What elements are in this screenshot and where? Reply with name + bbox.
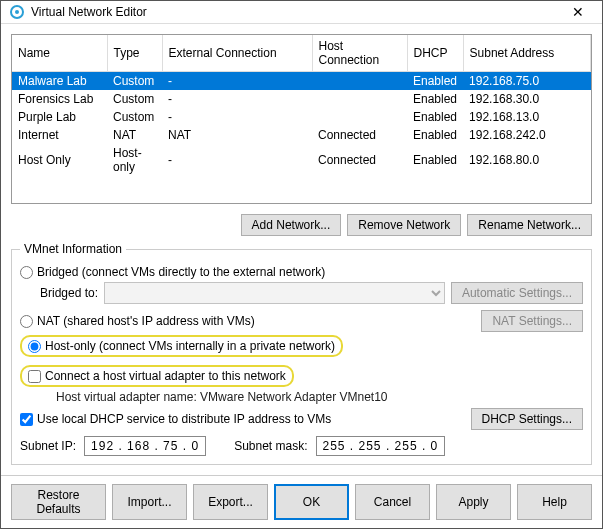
bridged-label: Bridged (connect VMs directly to the ext… [37,265,325,279]
cell-host [312,72,407,91]
cell-name: Forensics Lab [12,90,107,108]
virtual-network-editor-window: Virtual Network Editor ✕ Name Type Exter… [0,0,603,529]
close-icon[interactable]: ✕ [562,4,594,20]
cell-dhcp: Enabled [407,72,463,91]
rename-network-button[interactable]: Rename Network... [467,214,592,236]
subnet-ip-input[interactable]: 192 . 168 . 75 . 0 [84,436,206,456]
hostonly-label: Host-only (connect VMs internally in a p… [45,339,335,353]
cell-type: Custom [107,72,162,91]
import-button[interactable]: Import... [112,484,187,520]
cell-host: Connected [312,144,407,176]
table-row[interactable]: Host OnlyHost-only-ConnectedEnabled192.1… [12,144,591,176]
table-row[interactable]: Forensics LabCustom-Enabled192.168.30.0 [12,90,591,108]
restore-defaults-button[interactable]: Restore Defaults [11,484,106,520]
cell-ext: - [162,108,312,126]
cell-host [312,90,407,108]
app-icon [9,4,25,20]
use-dhcp-label: Use local DHCP service to distribute IP … [37,412,331,426]
ok-button[interactable]: OK [274,484,349,520]
cell-subnet: 192.168.75.0 [463,72,590,91]
cell-ext: NAT [162,126,312,144]
cell-host: Connected [312,126,407,144]
help-button[interactable]: Help [517,484,592,520]
cell-type: NAT [107,126,162,144]
automatic-settings-button[interactable]: Automatic Settings... [451,282,583,304]
table-row[interactable]: InternetNATNATConnectedEnabled192.168.24… [12,126,591,144]
cell-dhcp: Enabled [407,126,463,144]
subnet-mask-input[interactable]: 255 . 255 . 255 . 0 [316,436,446,456]
nat-radio[interactable] [20,315,33,328]
cell-host [312,108,407,126]
add-network-button[interactable]: Add Network... [241,214,342,236]
cell-dhcp: Enabled [407,144,463,176]
dialog-footer: Restore Defaults Import... Export... OK … [1,475,602,528]
cell-type: Custom [107,90,162,108]
col-dhcp[interactable]: DHCP [407,35,463,72]
apply-button[interactable]: Apply [436,484,511,520]
cell-ext: - [162,72,312,91]
cell-ext: - [162,144,312,176]
remove-network-button[interactable]: Remove Network [347,214,461,236]
col-type[interactable]: Type [107,35,162,72]
connect-adapter-checkbox[interactable] [28,370,41,383]
cell-subnet: 192.168.30.0 [463,90,590,108]
nat-label: NAT (shared host's IP address with VMs) [37,314,255,328]
cell-subnet: 192.168.13.0 [463,108,590,126]
cell-type: Host-only [107,144,162,176]
hostonly-radio[interactable] [28,340,41,353]
vmnet-info-legend: VMnet Information [20,242,126,256]
col-name[interactable]: Name [12,35,107,72]
table-row[interactable]: Malware LabCustom-Enabled192.168.75.0 [12,72,591,91]
content-area: Name Type External Connection Host Conne… [1,24,602,475]
cell-name: Purple Lab [12,108,107,126]
table-row[interactable]: Purple LabCustom-Enabled192.168.13.0 [12,108,591,126]
cell-dhcp: Enabled [407,90,463,108]
titlebar: Virtual Network Editor ✕ [1,1,602,24]
cancel-button[interactable]: Cancel [355,484,430,520]
cell-subnet: 192.168.80.0 [463,144,590,176]
bridged-to-select[interactable] [104,282,445,304]
bridged-radio[interactable] [20,266,33,279]
bridged-to-label: Bridged to: [40,286,98,300]
cell-ext: - [162,90,312,108]
subnet-mask-label: Subnet mask: [234,439,307,453]
network-table: Name Type External Connection Host Conne… [11,34,592,204]
table-header-row: Name Type External Connection Host Conne… [12,35,591,72]
dhcp-settings-button[interactable]: DHCP Settings... [471,408,583,430]
vmnet-info-group: VMnet Information Bridged (connect VMs d… [11,242,592,465]
cell-subnet: 192.168.242.0 [463,126,590,144]
cell-dhcp: Enabled [407,108,463,126]
col-subnet[interactable]: Subnet Address [463,35,590,72]
cell-name: Internet [12,126,107,144]
cell-name: Malware Lab [12,72,107,91]
svg-point-1 [15,10,19,14]
col-ext[interactable]: External Connection [162,35,312,72]
export-button[interactable]: Export... [193,484,268,520]
use-dhcp-checkbox[interactable] [20,413,33,426]
window-title: Virtual Network Editor [31,5,562,19]
cell-name: Host Only [12,144,107,176]
network-buttons: Add Network... Remove Network Rename Net… [11,214,592,236]
connect-adapter-label: Connect a host virtual adapter to this n… [45,369,286,383]
adapter-name-text: Host virtual adapter name: VMware Networ… [56,390,583,404]
connect-adapter-highlight: Connect a host virtual adapter to this n… [20,365,294,387]
subnet-ip-label: Subnet IP: [20,439,76,453]
hostonly-highlight: Host-only (connect VMs internally in a p… [20,335,343,357]
col-host[interactable]: Host Connection [312,35,407,72]
cell-type: Custom [107,108,162,126]
nat-settings-button[interactable]: NAT Settings... [481,310,583,332]
